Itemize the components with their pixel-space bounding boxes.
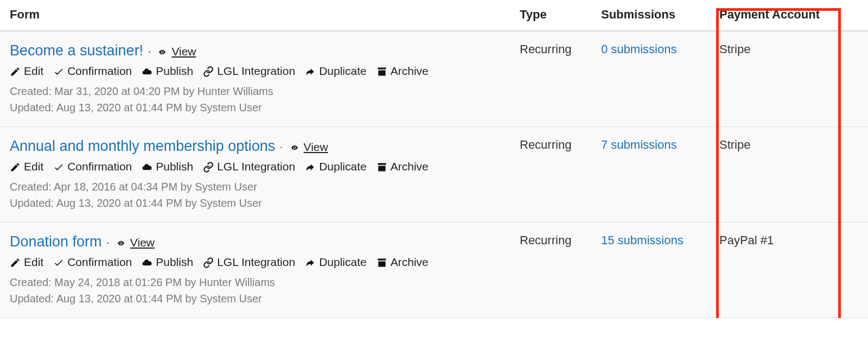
share-icon bbox=[305, 160, 316, 173]
eye-icon bbox=[289, 141, 301, 154]
view-link[interactable]: View bbox=[115, 236, 155, 249]
form-actions: EditConfirmationPublishLGL IntegrationDu… bbox=[10, 160, 500, 173]
archive-label: Archive bbox=[391, 65, 429, 78]
form-cell: Become a sustainer!· ViewEditConfirmatio… bbox=[0, 31, 510, 127]
payment-account-cell: Stripe bbox=[710, 127, 868, 223]
archive-icon bbox=[376, 160, 387, 173]
lgl-integration-label: LGL Integration bbox=[217, 160, 295, 173]
updated-meta: Updated: Aug 13, 2020 at 01:44 PM by Sys… bbox=[10, 99, 500, 116]
duplicate-action[interactable]: Duplicate bbox=[305, 65, 367, 78]
separator-dot: · bbox=[143, 45, 153, 58]
view-label: View bbox=[130, 236, 155, 249]
publish-action[interactable]: Publish bbox=[142, 65, 193, 78]
publish-label: Publish bbox=[156, 65, 193, 78]
publish-label: Publish bbox=[156, 160, 193, 173]
type-cell: Recurring bbox=[510, 223, 591, 318]
type-cell: Recurring bbox=[510, 31, 591, 127]
archive-label: Archive bbox=[391, 160, 429, 173]
link-icon bbox=[203, 256, 214, 269]
confirmation-action[interactable]: Confirmation bbox=[53, 256, 132, 269]
archive-action[interactable]: Archive bbox=[376, 160, 429, 173]
edit-icon bbox=[10, 160, 21, 173]
form-meta: Created: May 24, 2018 at 01:26 PM by Hun… bbox=[10, 274, 500, 307]
payment-account-cell: PayPal #1 bbox=[710, 223, 868, 318]
edit-icon bbox=[10, 65, 21, 78]
confirmation-label: Confirmation bbox=[67, 160, 132, 173]
duplicate-action[interactable]: Duplicate bbox=[305, 160, 367, 173]
share-icon bbox=[305, 65, 316, 78]
table-row: Become a sustainer!· ViewEditConfirmatio… bbox=[0, 31, 868, 127]
publish-action[interactable]: Publish bbox=[142, 256, 193, 269]
link-icon bbox=[203, 65, 214, 78]
form-meta: Created: Apr 18, 2016 at 04:34 PM by Sys… bbox=[10, 179, 500, 211]
submissions-link[interactable]: 7 submissions bbox=[601, 138, 676, 151]
form-title-link[interactable]: Annual and monthly membership options bbox=[10, 138, 275, 154]
check-icon bbox=[53, 160, 64, 173]
view-link[interactable]: View bbox=[289, 141, 328, 154]
edit-action[interactable]: Edit bbox=[10, 65, 43, 78]
payment-account-value: PayPal #1 bbox=[719, 233, 774, 247]
publish-action[interactable]: Publish bbox=[142, 160, 193, 173]
cloud-icon bbox=[142, 65, 152, 78]
form-title-link[interactable]: Become a sustainer! bbox=[10, 42, 143, 59]
archive-icon bbox=[376, 256, 387, 269]
duplicate-action[interactable]: Duplicate bbox=[305, 256, 367, 269]
edit-action[interactable]: Edit bbox=[10, 160, 43, 173]
publish-label: Publish bbox=[156, 256, 193, 269]
submissions-link[interactable]: 0 submissions bbox=[601, 42, 676, 56]
eye-icon bbox=[115, 236, 127, 249]
confirmation-action[interactable]: Confirmation bbox=[53, 65, 132, 78]
link-icon bbox=[203, 160, 214, 173]
created-meta: Created: Mar 31, 2020 at 04:20 PM by Hun… bbox=[10, 83, 500, 99]
view-link[interactable]: View bbox=[156, 45, 196, 58]
check-icon bbox=[53, 65, 64, 78]
payment-account-value: Stripe bbox=[719, 138, 750, 151]
edit-label: Edit bbox=[24, 65, 43, 78]
edit-icon bbox=[10, 256, 21, 269]
type-cell: Recurring bbox=[510, 127, 591, 223]
table-row: Annual and monthly membership options· V… bbox=[0, 127, 868, 223]
form-cell: Donation form· ViewEditConfirmationPubli… bbox=[0, 223, 510, 318]
form-actions: EditConfirmationPublishLGL IntegrationDu… bbox=[10, 65, 500, 78]
lgl-integration-label: LGL Integration bbox=[217, 256, 295, 269]
confirmation-action[interactable]: Confirmation bbox=[53, 160, 132, 173]
updated-meta: Updated: Aug 13, 2020 at 01:44 PM by Sys… bbox=[10, 195, 500, 211]
col-header-submissions: Submissions bbox=[591, 0, 710, 31]
view-label: View bbox=[171, 45, 196, 58]
submissions-link[interactable]: 15 submissions bbox=[601, 233, 684, 247]
type-value: Recurring bbox=[520, 233, 571, 247]
archive-label: Archive bbox=[391, 256, 429, 269]
table-header-row: Form Type Submissions Payment Account bbox=[0, 0, 868, 31]
form-actions: EditConfirmationPublishLGL IntegrationDu… bbox=[10, 256, 500, 269]
col-header-type: Type bbox=[510, 0, 591, 31]
separator-dot: · bbox=[275, 140, 285, 154]
updated-meta: Updated: Aug 13, 2020 at 01:44 PM by Sys… bbox=[10, 290, 500, 307]
form-meta: Created: Mar 31, 2020 at 04:20 PM by Hun… bbox=[10, 83, 500, 116]
created-meta: Created: May 24, 2018 at 01:26 PM by Hun… bbox=[10, 274, 500, 290]
lgl-integration-action[interactable]: LGL Integration bbox=[203, 256, 295, 269]
form-cell: Annual and monthly membership options· V… bbox=[0, 127, 510, 223]
type-value: Recurring bbox=[520, 138, 571, 151]
col-header-form: Form bbox=[0, 0, 510, 31]
lgl-integration-label: LGL Integration bbox=[217, 65, 295, 78]
col-header-payment-account: Payment Account bbox=[710, 0, 868, 31]
share-icon bbox=[305, 256, 316, 269]
table-row: Donation form· ViewEditConfirmationPubli… bbox=[0, 223, 868, 318]
submissions-cell: 15 submissions bbox=[591, 223, 710, 318]
archive-action[interactable]: Archive bbox=[376, 65, 429, 78]
duplicate-label: Duplicate bbox=[319, 65, 367, 78]
type-value: Recurring bbox=[520, 42, 571, 56]
lgl-integration-action[interactable]: LGL Integration bbox=[203, 65, 295, 78]
archive-action[interactable]: Archive bbox=[376, 256, 429, 269]
forms-table: Form Type Submissions Payment Account Be… bbox=[0, 0, 868, 318]
edit-action[interactable]: Edit bbox=[10, 256, 43, 269]
edit-label: Edit bbox=[24, 256, 43, 269]
edit-label: Edit bbox=[24, 160, 43, 173]
lgl-integration-action[interactable]: LGL Integration bbox=[203, 160, 295, 173]
duplicate-label: Duplicate bbox=[319, 160, 367, 173]
duplicate-label: Duplicate bbox=[319, 256, 367, 269]
cloud-icon bbox=[142, 160, 152, 173]
form-title-link[interactable]: Donation form bbox=[10, 233, 102, 250]
payment-account-value: Stripe bbox=[719, 42, 750, 56]
payment-account-cell: Stripe bbox=[710, 31, 868, 127]
